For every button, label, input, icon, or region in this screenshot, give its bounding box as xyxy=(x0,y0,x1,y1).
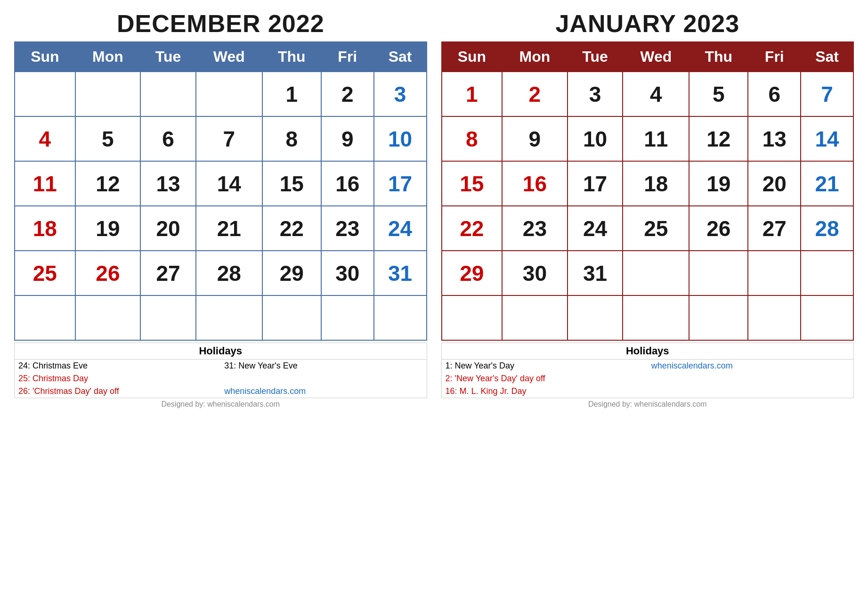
week-row-5 xyxy=(15,295,427,340)
day-cell: 23 xyxy=(321,206,374,251)
january-calendar: JANUARY 2023 SunMonTueWedThuFriSat 12345… xyxy=(441,9,854,409)
header-tue: Tue xyxy=(568,42,623,72)
december-title: DECEMBER 2022 xyxy=(14,9,427,38)
december-holidays-title: Holidays xyxy=(15,343,427,360)
header-wed: Wed xyxy=(623,42,689,72)
january-title: JANUARY 2023 xyxy=(441,9,854,38)
day-cell xyxy=(262,295,321,340)
holiday-row-1: 2: 'New Year's Day' day off xyxy=(442,372,854,385)
day-cell: 28 xyxy=(801,206,853,251)
december-calendar: DECEMBER 2022 SunMonTueWedThuFriSat 1234… xyxy=(14,9,427,409)
day-cell: 9 xyxy=(502,116,567,161)
day-cell: 23 xyxy=(502,206,567,251)
week-row-0: 1234567 xyxy=(442,72,854,116)
day-cell: 15 xyxy=(442,161,503,206)
header-tue: Tue xyxy=(140,42,196,72)
holiday-col1: 1: New Year's Day xyxy=(442,360,648,372)
holiday-col2: wheniscalendars.com xyxy=(648,360,853,372)
january-designed-by: Designed by: wheniscalendars.com xyxy=(441,400,854,409)
day-cell: 17 xyxy=(374,161,427,206)
december-grid: SunMonTueWedThuFriSat 123456789101112131… xyxy=(14,41,427,341)
holiday-col1: 25: Christmas Day xyxy=(15,372,220,385)
day-cell: 4 xyxy=(623,72,689,116)
week-row-0: 123 xyxy=(15,72,427,116)
holiday-col1: 16: M. L. King Jr. Day xyxy=(442,385,648,398)
header-wed: Wed xyxy=(196,42,262,72)
day-cell: 16 xyxy=(321,161,374,206)
day-cell: 13 xyxy=(140,161,196,206)
december-holidays-table: 24: Christmas Eve31: New Year's Eve25: C… xyxy=(15,360,427,398)
day-cell: 10 xyxy=(374,116,427,161)
day-cell: 28 xyxy=(196,251,262,295)
holiday-row-2: 26: 'Christmas Day' day offwheniscalenda… xyxy=(15,385,427,398)
day-cell xyxy=(689,251,748,295)
day-cell: 5 xyxy=(75,116,140,161)
calendars-wrapper: DECEMBER 2022 SunMonTueWedThuFriSat 1234… xyxy=(14,9,854,409)
day-cell xyxy=(374,295,427,340)
day-cell xyxy=(748,295,801,340)
day-cell: 12 xyxy=(75,161,140,206)
header-sat: Sat xyxy=(801,42,853,72)
week-row-4: 293031 xyxy=(442,251,854,295)
day-cell: 31 xyxy=(568,251,623,295)
day-cell: 3 xyxy=(374,72,427,116)
day-cell: 16 xyxy=(502,161,567,206)
holiday-col1: 26: 'Christmas Day' day off xyxy=(15,385,220,398)
holiday-row-1: 25: Christmas Day xyxy=(15,372,427,385)
day-cell xyxy=(801,251,853,295)
week-row-4: 25262728293031 xyxy=(15,251,427,295)
day-cell: 1 xyxy=(262,72,321,116)
day-cell: 1 xyxy=(442,72,503,116)
day-cell: 26 xyxy=(75,251,140,295)
day-cell: 20 xyxy=(140,206,196,251)
week-row-5 xyxy=(442,295,854,340)
week-row-3: 22232425262728 xyxy=(442,206,854,251)
header-sun: Sun xyxy=(15,42,75,72)
holiday-row-2: 16: M. L. King Jr. Day xyxy=(442,385,854,398)
day-cell: 25 xyxy=(15,251,75,295)
day-cell xyxy=(196,72,262,116)
day-cell xyxy=(442,295,503,340)
january-holidays-title: Holidays xyxy=(442,343,854,360)
day-cell: 18 xyxy=(15,206,75,251)
week-row-3: 18192021222324 xyxy=(15,206,427,251)
day-cell xyxy=(689,295,748,340)
day-cell xyxy=(15,72,75,116)
december-body: 1234567891011121314151617181920212223242… xyxy=(15,72,427,340)
day-cell: 24 xyxy=(374,206,427,251)
day-cell xyxy=(140,295,196,340)
holiday-col2 xyxy=(648,385,853,398)
day-cell: 2 xyxy=(502,72,567,116)
header-thu: Thu xyxy=(262,42,321,72)
header-fri: Fri xyxy=(748,42,801,72)
day-cell: 8 xyxy=(442,116,503,161)
day-cell: 21 xyxy=(801,161,853,206)
day-cell: 4 xyxy=(15,116,75,161)
header-fri: Fri xyxy=(321,42,374,72)
day-cell: 22 xyxy=(262,206,321,251)
holiday-col2 xyxy=(220,372,426,385)
day-cell: 6 xyxy=(140,116,196,161)
day-cell xyxy=(140,72,196,116)
day-cell: 21 xyxy=(196,206,262,251)
day-cell: 5 xyxy=(689,72,748,116)
day-cell xyxy=(801,295,853,340)
day-cell: 12 xyxy=(689,116,748,161)
day-cell: 27 xyxy=(748,206,801,251)
day-cell: 15 xyxy=(262,161,321,206)
day-cell: 2 xyxy=(321,72,374,116)
day-cell: 30 xyxy=(502,251,567,295)
day-cell: 30 xyxy=(321,251,374,295)
day-cell: 22 xyxy=(442,206,503,251)
week-row-2: 11121314151617 xyxy=(15,161,427,206)
day-cell: 19 xyxy=(75,206,140,251)
january-holidays-table: 1: New Year's Daywheniscalendars.com2: '… xyxy=(442,360,854,398)
header-mon: Mon xyxy=(502,42,567,72)
holiday-row-0: 24: Christmas Eve31: New Year's Eve xyxy=(15,360,427,372)
day-cell: 31 xyxy=(374,251,427,295)
holiday-col2: wheniscalendars.com xyxy=(220,385,426,398)
holiday-row-0: 1: New Year's Daywheniscalendars.com xyxy=(442,360,854,372)
day-cell: 18 xyxy=(623,161,689,206)
january-body: 1234567891011121314151617181920212223242… xyxy=(442,72,854,340)
day-cell: 13 xyxy=(748,116,801,161)
